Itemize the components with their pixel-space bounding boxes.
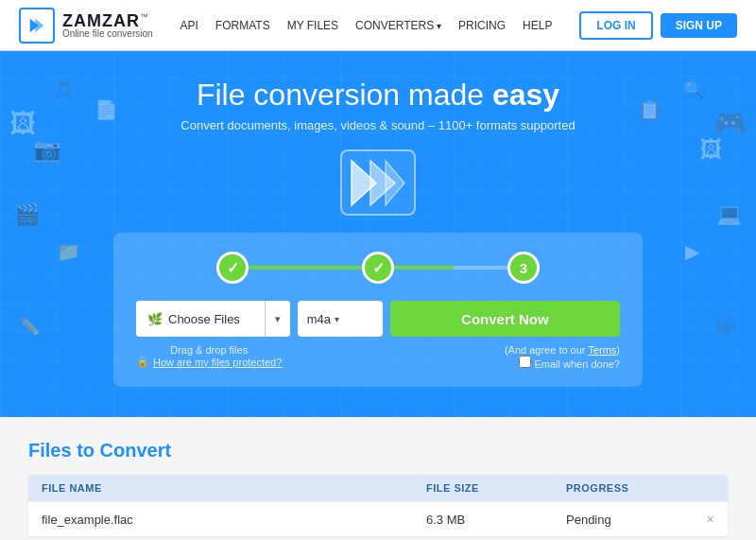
nav-links: API FORMATS MY FILES CONVERTERS PRICING … xyxy=(180,19,553,32)
svg-marker-1 xyxy=(35,18,43,32)
logo-sub: Online file conversion xyxy=(62,29,153,39)
email-row: Email when done? xyxy=(505,356,620,370)
heading-light: File conversion made xyxy=(197,78,492,112)
heading-bold: easy xyxy=(492,78,559,112)
doodle-play: ▶ xyxy=(685,240,699,263)
doodle-image2: 🖼 xyxy=(700,136,723,163)
doodle-doc: 📄 xyxy=(94,98,118,121)
convert-button[interactable]: Convert Now xyxy=(390,301,620,337)
format-selector[interactable]: m4a ▾ xyxy=(298,301,383,337)
nav-formats[interactable]: FORMATS xyxy=(215,19,270,32)
arrow-graphic xyxy=(340,149,416,216)
svg-marker-4 xyxy=(386,161,404,205)
nav-buttons: LOG IN SIGN UP xyxy=(579,11,737,40)
logo-name: ZAMZAR™ xyxy=(62,12,153,29)
col-action-header xyxy=(693,475,728,502)
files-table: FILE NAME FILE SIZE PROGRESS file_exampl… xyxy=(28,475,728,536)
files-title-plain: Files to xyxy=(28,440,100,461)
remove-file-button[interactable]: × xyxy=(706,512,713,527)
table-body: file_example.flac 6.3 MB Pending × xyxy=(28,502,728,537)
logo-svg xyxy=(26,15,47,36)
logo-area: ZAMZAR™ Online file conversion xyxy=(19,8,153,44)
hero-sub: Convert documents, images, videos & soun… xyxy=(19,118,737,132)
logo-tm: ™ xyxy=(140,12,149,22)
arrow-svg xyxy=(350,157,406,209)
signup-button[interactable]: SIGN UP xyxy=(661,13,737,38)
col-filename-header: FILE NAME xyxy=(28,475,413,502)
progress-steps: ✓ ✓ 3 xyxy=(136,252,620,284)
col-filesize-header: FILE SIZE xyxy=(413,475,553,502)
terms-text: (And agree to our Terms) xyxy=(505,344,620,356)
files-title-colored: Convert xyxy=(100,440,172,461)
hero-heading: File conversion made easy xyxy=(19,78,737,113)
email-label: Email when done? xyxy=(534,358,620,370)
choose-main[interactable]: 🌿 Choose Files xyxy=(136,301,265,337)
terms-link[interactable]: Terms xyxy=(588,344,616,356)
choose-dropdown-arrow[interactable]: ▾ xyxy=(266,301,290,337)
nav-myfiles[interactable]: MY FILES xyxy=(287,19,338,32)
step-3: 3 xyxy=(507,252,540,284)
terms-area: (And agree to our Terms) Email when done… xyxy=(505,344,620,370)
nav-pricing[interactable]: PRICING xyxy=(458,19,506,32)
doodle-png: 🖼 xyxy=(9,108,36,139)
email-checkbox[interactable] xyxy=(519,356,531,368)
doodle-search: 🔍 xyxy=(683,79,704,100)
format-value: m4a xyxy=(307,312,331,326)
lock-icon: 🔒 xyxy=(136,356,149,368)
hero-section: 🖼 🎵 📷 📄 🎬 📁 ✏️ 🎮 🔍 🖼 📋 💻 ▶ 🎼 File conver… xyxy=(0,51,756,417)
upload-icon: 🌿 xyxy=(147,312,163,326)
table-header-row: FILE NAME FILE SIZE PROGRESS xyxy=(28,475,728,502)
file-remove-cell: × xyxy=(693,502,728,537)
doodle-note: 🎼 xyxy=(716,316,737,337)
doodle-folder: 📁 xyxy=(57,240,80,263)
file-size-cell: 6.3 MB xyxy=(413,502,553,537)
nav-help[interactable]: HELP xyxy=(523,19,552,32)
controls-row: 🌿 Choose Files ▾ m4a ▾ Convert Now xyxy=(136,301,620,337)
step-line-fill xyxy=(227,266,454,270)
format-arrow: ▾ xyxy=(335,314,339,324)
nav-converters[interactable]: CONVERTERS xyxy=(355,19,441,32)
protected-link-text[interactable]: How are my files protected? xyxy=(153,357,282,368)
step-2: ✓ xyxy=(362,252,394,284)
terms-close: ) xyxy=(616,344,620,356)
login-button[interactable]: LOG IN xyxy=(579,11,652,40)
doodle-video: 🎬 xyxy=(14,202,40,227)
doodle-photo: 📷 xyxy=(33,136,61,163)
logo-text: ZAMZAR™ Online file conversion xyxy=(62,12,153,39)
doodle-music: 🎵 xyxy=(52,79,73,100)
choose-files-button[interactable]: 🌿 Choose Files ▾ xyxy=(136,301,290,337)
terms-plain: (And agree to our xyxy=(505,344,588,356)
nav-api[interactable]: API xyxy=(180,19,198,32)
protected-link[interactable]: 🔒 How are my files protected? xyxy=(136,356,282,368)
logo-icon xyxy=(19,8,55,44)
col-progress-header: PROGRESS xyxy=(553,475,693,502)
step-panel: ✓ ✓ 3 🌿 Choose Files ▾ m4a ▾ xyxy=(113,233,643,387)
step-1: ✓ xyxy=(216,252,249,284)
doodle-laptop: 💻 xyxy=(716,202,742,227)
files-section: Files to Convert FILE NAME FILE SIZE PRO… xyxy=(0,417,756,540)
files-title: Files to Convert xyxy=(28,440,728,462)
drop-text: Drag & drop files xyxy=(136,344,282,356)
file-name-cell: file_example.flac xyxy=(28,502,413,537)
doodle-3ds: 🎮 xyxy=(713,108,747,139)
table-row: file_example.flac 6.3 MB Pending × xyxy=(28,502,728,537)
doodle-file: 📋 xyxy=(638,98,662,121)
choose-label: Choose Files xyxy=(168,312,240,326)
doodle-pencil: ✏️ xyxy=(19,316,40,337)
file-status-cell: Pending xyxy=(553,502,693,537)
help-row: Drag & drop files 🔒 How are my files pro… xyxy=(136,344,620,370)
table-head: FILE NAME FILE SIZE PROGRESS xyxy=(28,475,728,502)
navbar: ZAMZAR™ Online file conversion API FORMA… xyxy=(0,0,756,51)
left-help: Drag & drop files 🔒 How are my files pro… xyxy=(136,344,282,368)
